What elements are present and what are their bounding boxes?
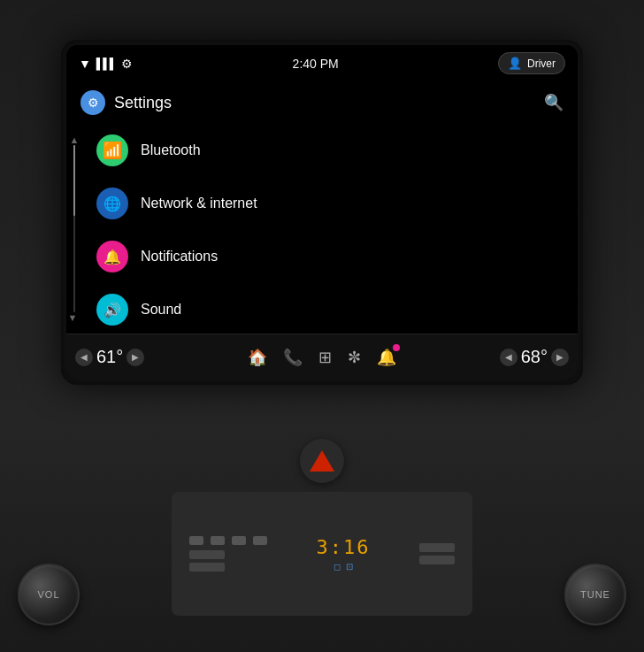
settings-title: Settings — [114, 94, 172, 112]
bell-icon: 🔔 — [377, 349, 396, 366]
grid-icon[interactable]: ⊞ — [318, 348, 332, 367]
bell-badge[interactable]: 🔔 — [377, 348, 396, 367]
sound-icon: 🔊 — [96, 294, 128, 326]
status-bar: ▼ ▌▌▌ ⚙ 2:40 PM 👤 Driver — [66, 45, 578, 81]
phone-icon[interactable]: 📞 — [283, 348, 303, 367]
main-screen: ▼ ▌▌▌ ⚙ 2:40 PM 👤 Driver ⚙ — [66, 45, 578, 380]
console-btn-3[interactable] — [232, 536, 246, 545]
temp-right-down-arrow[interactable]: ◀ — [500, 349, 518, 366]
right-temp-value: 68° — [521, 347, 548, 367]
menu-item-sound[interactable]: 🔊 Sound — [82, 283, 578, 334]
notifications-label: Notifications — [141, 249, 218, 265]
wifi-icon: ▼ — [79, 57, 91, 71]
car-console-section: 3:16 ◻ ⊡ VOL TUNE — [0, 425, 644, 652]
menu-item-network[interactable]: 🌐 Network & internet — [82, 177, 578, 230]
settings-title-row: ⚙ Settings — [80, 90, 172, 115]
settings-status-icon: ⚙ — [121, 57, 133, 71]
bluetooth-label: Bluetooth — [141, 142, 201, 158]
settings-header: ⚙ Settings 🔍 — [66, 81, 578, 124]
hazard-button[interactable] — [300, 439, 344, 483]
console-time: 3:16 — [317, 536, 371, 558]
bell-notification-dot — [393, 344, 400, 351]
bottom-bar: ◀ 61° ▶ 🏠 📞 ⊞ ✼ 🔔 ◀ — [66, 334, 578, 380]
search-icon[interactable]: 🔍 — [544, 93, 564, 112]
menu-area: ▲ ▼ 📶 Bluetooth — [66, 124, 578, 334]
console-btn-4[interactable] — [253, 536, 267, 545]
knobs-row: VOL TUNE — [0, 564, 644, 625]
settings-menu-list: 📶 Bluetooth 🌐 Network & internet 🔔 — [82, 124, 578, 334]
notifications-icon: 🔔 — [96, 241, 128, 272]
scroll-thumb — [73, 145, 75, 216]
left-temp-display: ◀ 61° ▶ — [75, 347, 144, 367]
network-icon: 🌐 — [96, 188, 128, 219]
hazard-area — [300, 425, 344, 483]
status-time: 2:40 PM — [293, 57, 339, 71]
car-top-section: ▼ ▌▌▌ ⚙ 2:40 PM 👤 Driver ⚙ — [0, 0, 644, 425]
driver-label: Driver — [527, 58, 556, 70]
driver-person-icon: 👤 — [508, 57, 522, 70]
fan-icon[interactable]: ✼ — [348, 348, 361, 367]
bluetooth-icon: 📶 — [96, 134, 128, 166]
console-right-controls — [419, 543, 455, 564]
console-buttons-row-1 — [189, 536, 267, 545]
menu-item-notifications[interactable]: 🔔 Notifications — [82, 230, 578, 283]
left-temp-value: 61° — [96, 347, 123, 367]
driver-badge[interactable]: 👤 Driver — [498, 52, 565, 74]
settings-gear-icon: ⚙ — [80, 90, 105, 115]
scroll-bar — [73, 145, 75, 312]
console-btn-menu[interactable] — [189, 536, 203, 545]
console-slider-1[interactable] — [189, 550, 225, 559]
temp-right-up-arrow[interactable]: ▶ — [551, 349, 569, 366]
network-label: Network & internet — [141, 196, 257, 211]
tune-label: TUNE — [580, 589, 610, 600]
hazard-triangle-icon — [310, 450, 334, 472]
scroll-track: ▲ ▼ — [66, 124, 82, 334]
screen-bezel: ▼ ▌▌▌ ⚙ 2:40 PM 👤 Driver ⚙ — [61, 40, 583, 385]
status-icons-left: ▼ ▌▌▌ ⚙ — [79, 57, 133, 71]
menu-item-bluetooth[interactable]: 📶 Bluetooth — [82, 124, 578, 177]
bottom-nav-icons: 🏠 📞 ⊞ ✼ 🔔 — [248, 348, 396, 367]
console-right-btn-1[interactable] — [419, 543, 455, 552]
right-temp-display: ◀ 68° ▶ — [500, 347, 569, 367]
temp-left-up-arrow[interactable]: ▶ — [126, 349, 144, 366]
vol-knob[interactable]: VOL — [18, 564, 80, 625]
console-btn-2[interactable] — [211, 536, 225, 545]
scroll-down-icon: ▼ — [68, 312, 78, 323]
sound-label: Sound — [141, 302, 181, 318]
home-icon[interactable]: 🏠 — [248, 348, 267, 367]
tune-knob[interactable]: TUNE — [564, 564, 626, 625]
temp-left-down-arrow[interactable]: ◀ — [75, 349, 93, 366]
scroll-up-icon: ▲ — [70, 134, 80, 145]
vol-label: VOL — [37, 589, 59, 600]
signal-icon: ▌▌▌ — [96, 58, 117, 70]
